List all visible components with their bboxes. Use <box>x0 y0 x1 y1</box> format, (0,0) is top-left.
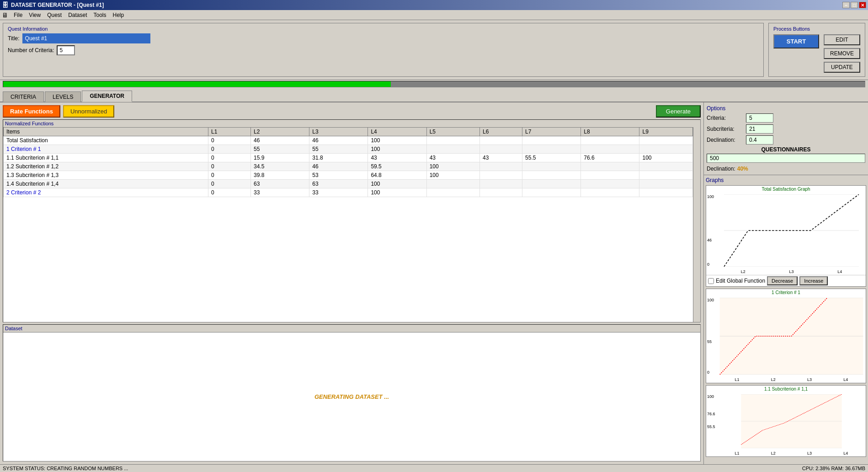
update-button[interactable]: UPDATE <box>824 62 860 73</box>
progress-bar <box>3 81 865 87</box>
row-val-l4: 100 <box>368 136 426 145</box>
options-declination-value: 0.4 <box>746 135 773 145</box>
menu-file[interactable]: File <box>11 11 25 19</box>
table-row: 2 Criterion # 203333100 <box>4 188 693 197</box>
total-satisfaction-graph: Total Satisfaction Graph 100 46 0 <box>706 185 866 287</box>
title-bar: 🗄 DATASET GENERATOR - [Quest #1] – □ ✕ <box>0 0 868 10</box>
left-panel: Rate Functions Unnormalized Generate Nor… <box>0 102 703 464</box>
criteria-count-label: Number of Criteria: <box>8 47 54 54</box>
col-l5: L5 <box>426 128 479 136</box>
row-val-l8 <box>581 162 639 171</box>
row-val-l2: 46 <box>251 136 309 145</box>
criteria-count-input[interactable] <box>57 45 75 55</box>
row-val-l3: 46 <box>309 162 368 171</box>
title-label: Title: <box>8 35 20 42</box>
content-area: Rate Functions Unnormalized Generate Nor… <box>0 102 868 464</box>
row-val-l7 <box>522 136 581 145</box>
row-name: 1.4 Subcriterion # 1,4 <box>4 180 208 188</box>
row-val-l2: 63 <box>251 180 309 188</box>
tab-levels[interactable]: LEVELS <box>45 91 81 102</box>
options-section: Options Criteria: 5 Subcriteria: 21 Decl… <box>704 102 868 175</box>
y-label-100-sub: 100 <box>707 394 714 399</box>
row-val-l3: 55 <box>309 145 368 154</box>
subcriterion11-x-labels: L1L2L3L4 <box>719 451 864 456</box>
y-label-100-total: 100 <box>707 194 714 199</box>
row-val-l7: 55.5 <box>522 154 581 162</box>
row-val-l9 <box>639 136 693 145</box>
row-val-l1: 0 <box>208 171 251 180</box>
row-val-l5: 100 <box>426 162 479 171</box>
normalized-table-container[interactable]: Items L1 L2 L3 L4 L5 L6 L7 L8 L9 <box>3 127 700 322</box>
total-graph-svg <box>719 194 864 267</box>
menu-view[interactable]: View <box>26 11 43 19</box>
status-bar: SYSTEM STATUS: CREATING RANDOM NUMBERS .… <box>0 464 868 472</box>
row-val-l7 <box>522 188 581 197</box>
increase-button[interactable]: Increase <box>799 276 828 285</box>
generate-button[interactable]: Generate <box>656 105 701 118</box>
tab-criteria[interactable]: CRITERIA <box>3 91 44 102</box>
row-val-l7 <box>522 180 581 188</box>
status-right: CPU: 2.38% RAM: 36.67MB <box>802 466 865 471</box>
row-val-l1: 0 <box>208 162 251 171</box>
edit-global-checkbox[interactable] <box>708 278 714 284</box>
row-name: 1 Criterion # 1 <box>4 145 208 154</box>
questionnaires-input[interactable] <box>707 154 865 163</box>
row-val-l9 <box>639 180 693 188</box>
row-val-l5 <box>426 145 479 154</box>
row-val-l5 <box>426 188 479 197</box>
row-val-l3: 33 <box>309 188 368 197</box>
status-left: SYSTEM STATUS: CREATING RANDOM NUMBERS .… <box>3 466 128 471</box>
row-val-l9 <box>639 162 693 171</box>
row-val-l5: 43 <box>426 154 479 162</box>
close-button[interactable]: ✕ <box>859 2 866 8</box>
row-val-l8 <box>581 188 639 197</box>
normalized-table-body: Total Satisfaction046461001 Criterion # … <box>4 136 693 197</box>
row-val-l3: 63 <box>309 180 368 188</box>
row-val-l7 <box>522 171 581 180</box>
start-button[interactable]: START <box>773 34 819 48</box>
dataset-label: Dataset <box>3 325 700 333</box>
row-val-l6 <box>480 171 522 180</box>
table-row: 1.2 Subcriterion # 1,2034.54659.5100 <box>4 162 693 171</box>
row-val-l3: 53 <box>309 171 368 180</box>
tab-generator[interactable]: GENERATOR <box>82 91 132 102</box>
menu-bar: 🖥 File View Quest Dataset Tools Help <box>0 10 868 20</box>
row-val-l5 <box>426 136 479 145</box>
remove-button[interactable]: REMOVE <box>824 48 860 59</box>
edit-button[interactable]: EDIT <box>824 34 860 45</box>
row-name: Total Satisfaction <box>4 136 208 145</box>
row-val-l1: 0 <box>208 154 251 162</box>
row-val-l1: 0 <box>208 136 251 145</box>
row-val-l8 <box>581 136 639 145</box>
dataset-section: Dataset GENERATING DATASET ... <box>3 324 701 461</box>
progress-section <box>0 80 868 88</box>
menu-dataset[interactable]: Dataset <box>65 11 90 19</box>
maximize-button[interactable]: □ <box>851 2 858 8</box>
tabs-bar: CRITERIA LEVELS GENERATOR <box>0 88 868 102</box>
table-row: 1.4 Subcriterion # 1,406363100 <box>4 180 693 188</box>
questionnaires-label: QUESTIONNAIRES <box>707 146 865 153</box>
col-l2: L2 <box>251 128 309 136</box>
subcriterion11-graph: 1.1 Subcriterion # 1,1 100 76.6 55.5 <box>706 385 866 457</box>
row-val-l2: 33 <box>251 188 309 197</box>
row-val-l7 <box>522 145 581 154</box>
y-label-555-sub: 55.5 <box>707 424 715 429</box>
generator-toolbar: Rate Functions Unnormalized Generate <box>3 105 701 118</box>
y-label-766-sub: 76.6 <box>707 412 715 416</box>
menu-help[interactable]: Help <box>110 11 127 19</box>
row-val-l5: 100 <box>426 171 479 180</box>
row-val-l6 <box>480 136 522 145</box>
row-val-l9 <box>639 171 693 180</box>
unnormalized-button[interactable]: Unnormalized <box>63 105 114 118</box>
quest-info-title: Quest Information <box>8 26 759 32</box>
menu-quest[interactable]: Quest <box>44 11 64 19</box>
minimize-button[interactable]: – <box>842 2 850 8</box>
menu-tools[interactable]: Tools <box>91 11 109 19</box>
quest-title-input[interactable] <box>22 33 150 43</box>
options-subcriteria-value: 21 <box>746 124 773 134</box>
graphs-section[interactable]: Graphs Total Satisfaction Graph 100 46 0 <box>704 175 868 464</box>
rate-functions-button[interactable]: Rate Functions <box>3 105 60 118</box>
window-controls: – □ ✕ <box>842 2 866 8</box>
row-name: 2 Criterion # 2 <box>4 188 208 197</box>
decrease-button[interactable]: Decrease <box>767 276 798 285</box>
